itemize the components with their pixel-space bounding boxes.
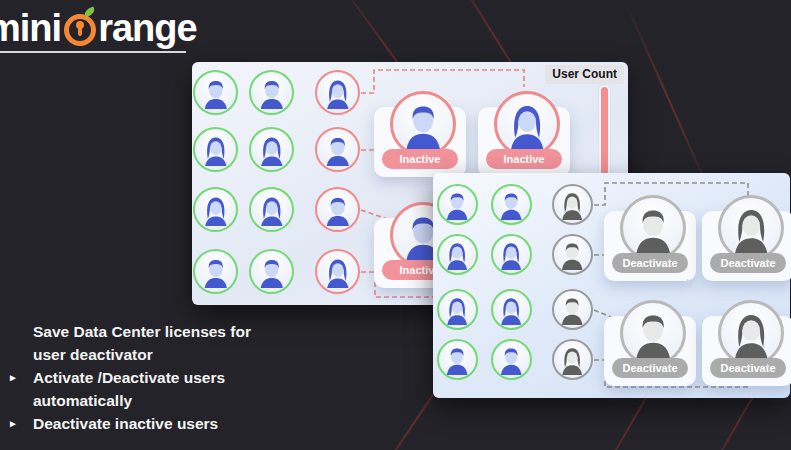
logo-underline <box>0 51 186 53</box>
logo-text-post: range <box>98 8 196 48</box>
triangle-bullet-icon: ► <box>8 412 33 435</box>
user-avatar-icon <box>199 193 233 227</box>
user-avatar-red-ring <box>315 249 360 294</box>
user-avatar-icon <box>726 203 776 253</box>
user-avatar-icon <box>496 294 526 324</box>
user-avatar-green-ring <box>249 187 294 232</box>
user-avatar-green-ring <box>491 339 532 380</box>
user-avatar-large <box>620 300 686 366</box>
deactivate-button[interactable]: Deactivate <box>612 253 688 273</box>
user-avatar-icon <box>726 308 776 358</box>
inactive-button[interactable]: Inactive <box>486 149 562 169</box>
user-avatar-icon <box>442 294 472 324</box>
user-avatar-green-ring <box>437 289 478 330</box>
triangle-bullet-icon: ► <box>8 366 33 412</box>
user-avatar-icon <box>502 99 552 149</box>
user-status-card: Deactivate <box>702 300 791 386</box>
feature-list: Save Data Center licenses for user deact… <box>8 320 308 435</box>
inactive-button[interactable]: Inactive <box>382 149 458 169</box>
user-avatar-icon <box>255 255 289 289</box>
user-avatar-green-ring <box>491 184 532 225</box>
logo-text-pre: mini <box>0 8 61 48</box>
user-avatar-green-ring <box>249 127 294 172</box>
user-avatar-green-ring <box>193 127 238 172</box>
user-avatar-icon <box>557 294 587 324</box>
user-avatar-green-ring <box>437 339 478 380</box>
miniorange-logo: mini range <box>0 8 197 48</box>
chevron-down-icon: ∨ <box>685 275 695 290</box>
user-avatar-green-ring <box>437 184 478 225</box>
user-avatar-green-ring <box>193 249 238 294</box>
user-avatar-icon <box>628 308 678 358</box>
user-avatar-icon <box>496 239 526 269</box>
user-avatar-gray-ring <box>552 234 593 275</box>
deactivate-button[interactable]: Deactivate <box>612 358 688 378</box>
user-count-label: User Count <box>545 65 624 84</box>
user-avatar-icon <box>199 133 233 167</box>
user-avatar-green-ring <box>249 70 294 115</box>
user-avatar-icon <box>442 344 472 374</box>
user-avatar-large <box>620 195 686 261</box>
marketing-banner: mini range <box>0 0 791 450</box>
user-avatar-green-ring <box>437 234 478 275</box>
user-avatar-green-ring <box>193 70 238 115</box>
user-avatar-icon <box>199 76 233 110</box>
orange-lock-leaf-icon <box>64 14 96 46</box>
user-avatar-icon <box>442 239 472 269</box>
user-avatar-icon <box>628 203 678 253</box>
user-avatar-icon <box>557 344 587 374</box>
background-curve <box>623 0 714 201</box>
user-avatar-icon <box>321 76 355 110</box>
user-avatar-icon <box>255 193 289 227</box>
user-status-card: Deactivate <box>604 195 696 281</box>
user-avatar-gray-ring <box>552 339 593 380</box>
user-avatar-icon <box>496 189 526 219</box>
user-avatar-icon <box>557 239 587 269</box>
user-avatar-gray-ring <box>552 289 593 330</box>
user-avatar-red-ring <box>315 187 360 232</box>
user-avatar-large <box>390 91 456 157</box>
deactivate-users-panel: Deactivate Deactivate Deactivate Deactiv… <box>433 173 790 398</box>
user-avatar-icon <box>321 255 355 289</box>
user-avatar-icon <box>557 189 587 219</box>
feature-item-text: Deactivate inactive users <box>33 412 268 435</box>
user-avatar-icon <box>496 344 526 374</box>
user-avatar-large <box>494 91 560 157</box>
leaf-icon <box>83 6 96 17</box>
user-avatar-icon <box>321 133 355 167</box>
deactivate-button[interactable]: Deactivate <box>710 358 786 378</box>
user-status-card: Deactivate <box>702 195 791 281</box>
user-avatar-icon <box>321 193 355 227</box>
user-avatar-icon <box>255 133 289 167</box>
user-avatar-gray-ring <box>552 184 593 225</box>
user-status-card: Inactive <box>374 91 466 177</box>
user-avatar-large <box>718 300 784 366</box>
user-avatar-green-ring <box>491 289 532 330</box>
user-avatar-green-ring <box>491 234 532 275</box>
user-avatar-green-ring <box>249 249 294 294</box>
user-avatar-red-ring <box>315 70 360 115</box>
user-status-card: Deactivate <box>604 300 696 386</box>
user-avatar-icon <box>398 99 448 149</box>
user-avatar-icon <box>199 255 233 289</box>
feature-item: ► Deactivate inactive users <box>8 412 308 435</box>
feature-item: ► Activate /Deactivate users automatical… <box>8 366 308 412</box>
user-avatar-icon <box>442 189 472 219</box>
user-status-card: Inactive <box>478 91 570 177</box>
feature-item-text: Activate /Deactivate users automatically <box>33 366 268 412</box>
user-avatar-green-ring <box>193 187 238 232</box>
deactivate-button[interactable]: Deactivate <box>710 253 786 273</box>
feature-heading: Save Data Center licenses for user deact… <box>33 320 278 366</box>
user-avatar-icon <box>255 76 289 110</box>
user-avatar-red-ring <box>315 127 360 172</box>
user-avatar-large <box>718 195 784 261</box>
